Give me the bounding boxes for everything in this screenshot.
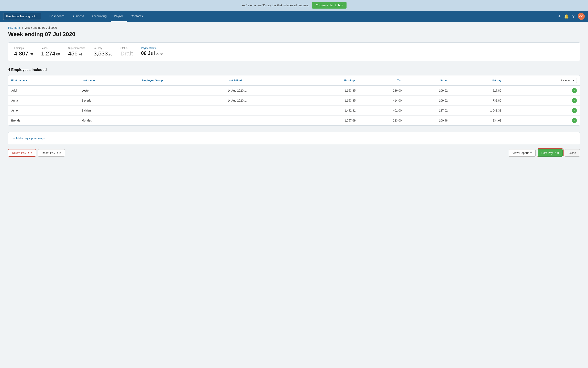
trial-banner: You're on a free 30-day trial that inclu… (0, 0, 588, 11)
actions-bar: Delete Pay Run Reset Pay Run View Report… (8, 149, 580, 156)
nav-accounting[interactable]: Accounting (88, 11, 110, 22)
cell-super: 100.48 (404, 116, 450, 126)
org-name: Fire Force Training (XP) (6, 15, 36, 18)
col-employee-group[interactable]: Employee Group (139, 75, 224, 86)
table-row: Ashe Sylvian 1,442.31 401.00 137.02 1,04… (8, 106, 580, 116)
nav-contacts[interactable]: Contacts (128, 11, 146, 22)
avatar[interactable]: CC (578, 13, 585, 20)
included-filter-button[interactable]: Included ▼ (559, 78, 577, 83)
table-row: Anna Beverly 14 Aug 2020 ... 1,153.85 41… (8, 96, 580, 106)
cell-tax: 401.00 (358, 106, 404, 116)
table-row: Adol Lester 14 Aug 2020 ... 1,153.85 236… (8, 86, 580, 96)
super-decimal: .74 (77, 53, 82, 56)
help-icon[interactable]: ? (572, 14, 575, 19)
cell-last-edited: 14 Aug 2020 ... (224, 86, 304, 96)
cell-net-pay: 1,041.31 (450, 106, 504, 116)
add-icon[interactable]: + (558, 14, 561, 19)
col-tax[interactable]: Tax (358, 75, 404, 86)
super-value: 456.74 (68, 50, 85, 57)
payment-date-label: Payment Date (141, 47, 163, 50)
cell-first-name: Anna (8, 96, 79, 106)
cell-earnings: 1,057.69 (304, 116, 359, 126)
view-reports-button[interactable]: View Reports ▾ (509, 149, 536, 156)
add-payslip-message-link[interactable]: + Add a payslip message (13, 137, 45, 140)
taxes-summary: Taxes 1,274.00 (41, 47, 60, 57)
earnings-decimal: .70 (28, 53, 33, 56)
super-label: Superannuation (68, 47, 85, 50)
col-first-name[interactable]: First name ▲ (8, 75, 79, 86)
col-super[interactable]: Super (404, 75, 450, 86)
cell-last-name: Morales (79, 116, 139, 126)
col-net-pay[interactable]: Net pay (450, 75, 504, 86)
col-included[interactable]: Included ▼ (504, 75, 580, 86)
cell-tax: 414.00 (358, 96, 404, 106)
included-check-icon: ✓ (572, 118, 577, 123)
included-check-icon: ✓ (572, 98, 577, 103)
table-row: Brenda Morales 1,057.69 223.00 100.48 83… (8, 116, 580, 126)
cell-tax: 223.00 (358, 116, 404, 126)
actions-right: View Reports ▾ Post Pay Run Close (509, 149, 580, 156)
col-last-edited[interactable]: Last Edited (224, 75, 304, 86)
nav-business[interactable]: Business (68, 11, 87, 22)
cell-super: 109.62 (404, 96, 450, 106)
close-button[interactable]: Close (565, 149, 580, 156)
breadcrumb: Pay Runs › Week ending 07 Jul 2020 (8, 26, 580, 29)
cell-included: ✓ (504, 86, 580, 96)
taxes-whole: 1,274 (41, 50, 55, 57)
cell-earnings: 1,153.85 (304, 86, 359, 96)
taxes-label: Taxes (41, 47, 60, 50)
included-check-icon: ✓ (572, 108, 577, 113)
nav-dashboard[interactable]: Dashboard (46, 11, 67, 22)
cell-super: 109.62 (404, 86, 450, 96)
cell-first-name: Brenda (8, 116, 79, 126)
col-earnings[interactable]: Earnings (304, 75, 359, 86)
org-selector[interactable]: Fire Force Training (XP) ▾ (3, 13, 41, 20)
cell-super: 137.02 (404, 106, 450, 116)
delete-pay-run-button[interactable]: Delete Pay Run (8, 149, 36, 156)
post-pay-run-button[interactable]: Post Pay Run (538, 149, 563, 156)
cell-earnings: 1,442.31 (304, 106, 359, 116)
cell-tax: 236.00 (358, 86, 404, 96)
cell-included: ✓ (504, 96, 580, 106)
breadcrumb-separator: › (22, 26, 23, 29)
payment-date-day-month: 06 Jul (141, 50, 155, 56)
earnings-value: 4,807.70 (14, 50, 33, 57)
cell-net-pay: 834.69 (450, 116, 504, 126)
earnings-label: Earnings (14, 47, 33, 50)
breadcrumb-parent[interactable]: Pay Runs (8, 26, 21, 29)
reset-pay-run-button[interactable]: Reset Pay Run (38, 149, 65, 156)
cell-first-name: Adol (8, 86, 79, 96)
cell-employee-group (139, 106, 224, 116)
netpay-label: Net Pay (93, 47, 112, 50)
employees-table-container: First name ▲ Last name Employee Group La… (8, 75, 580, 126)
status-value: Draft (121, 50, 133, 57)
cell-included: ✓ (504, 116, 580, 126)
cell-earnings: 1,153.85 (304, 96, 359, 106)
payment-date-summary: Payment Date 06 Jul 2020 (141, 47, 163, 57)
cell-last-name: Beverly (79, 96, 139, 106)
col-last-name[interactable]: Last name (79, 75, 139, 86)
included-dropdown-icon: ▼ (572, 79, 575, 82)
cell-employee-group (139, 116, 224, 126)
nav-actions: + 🔔 ? CC (558, 13, 585, 20)
actions-left: Delete Pay Run Reset Pay Run (8, 149, 65, 156)
choose-plan-button[interactable]: Choose a plan to buy (312, 2, 346, 9)
super-whole: 456 (68, 50, 78, 57)
included-check-icon: ✓ (572, 88, 577, 93)
cell-last-edited: 14 Aug 2020 ... (224, 96, 304, 106)
status-label: Status (121, 47, 133, 50)
nav-links: Dashboard Business Accounting Payroll Co… (46, 11, 558, 22)
super-summary: Superannuation 456.74 (68, 47, 85, 57)
cell-last-edited (224, 116, 304, 126)
netpay-decimal: .70 (108, 53, 112, 56)
netpay-whole: 3,533 (93, 50, 108, 57)
earnings-whole: 4,807 (14, 50, 28, 57)
taxes-decimal: .00 (55, 53, 60, 56)
nav-payroll[interactable]: Payroll (111, 11, 127, 22)
cell-first-name: Ashe (8, 106, 79, 116)
bell-icon[interactable]: 🔔 (564, 14, 569, 19)
earnings-summary: Earnings 4,807.70 (14, 47, 33, 57)
netpay-value: 3,533.70 (93, 50, 112, 57)
sort-arrow-icon: ▲ (25, 79, 28, 82)
payment-date-year: 2020 (156, 52, 163, 55)
